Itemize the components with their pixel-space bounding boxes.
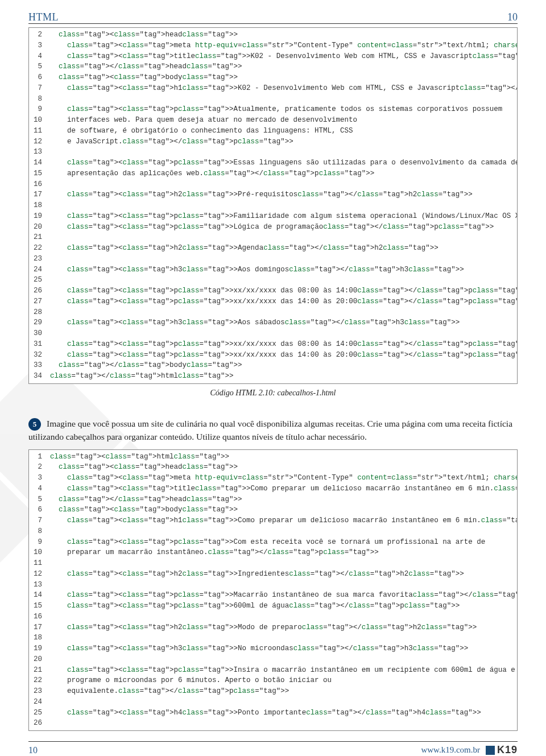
code-listing-2: 1 2 3 4 5 6 7 8 9 10 11 12 13 14 15 16 1…	[28, 449, 518, 732]
header-section: HTML	[28, 11, 59, 23]
line-numbers: 1 2 3 4 5 6 7 8 9 10 11 12 13 14 15 16 1…	[29, 450, 46, 731]
exercise-number-badge: 5	[28, 418, 41, 431]
footer-page-number: 10	[28, 745, 38, 755]
code-body: class="tag"><class="tag">headclass="tag"…	[46, 28, 517, 383]
exercise-block: 5 Imagine que você possua um site de cul…	[28, 418, 518, 444]
footer-url: www.k19.com.br	[421, 745, 480, 755]
page-footer: 10 www.k19.com.br K19	[28, 741, 518, 756]
brand-text: K19	[497, 744, 518, 756]
line-numbers: 2 3 4 5 6 7 8 9 10 11 12 13 14 15 16 17 …	[29, 28, 46, 383]
code-body: class="tag"><class="tag">htmlclass="tag"…	[46, 450, 517, 731]
page-header: HTML 10	[28, 11, 518, 24]
logo-icon	[486, 746, 495, 755]
header-page-number: 10	[507, 11, 518, 23]
code-caption-1: Código HTML 2.10: cabecalhos-1.html	[28, 389, 518, 398]
code-listing-1: 2 3 4 5 6 7 8 9 10 11 12 13 14 15 16 17 …	[28, 27, 518, 384]
brand-logo: K19	[486, 744, 518, 756]
exercise-text: Imagine que você possua um site de culin…	[28, 419, 512, 441]
